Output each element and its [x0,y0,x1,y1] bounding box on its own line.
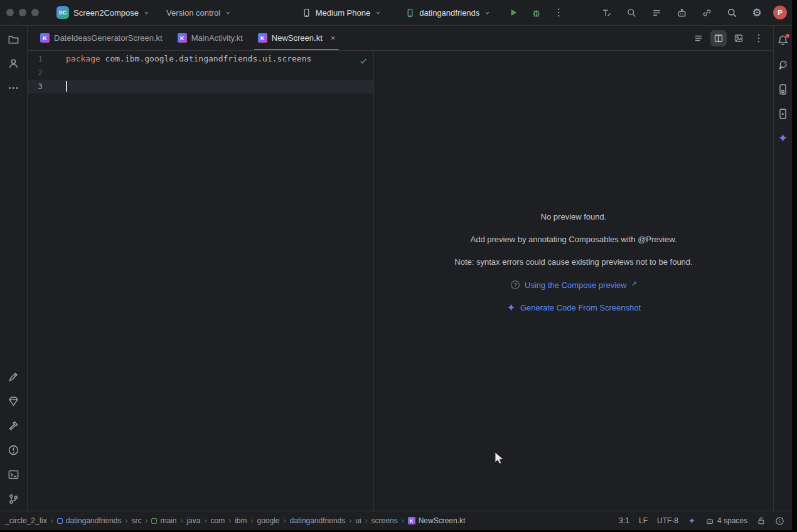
status-bar: _circle_2_fix › datingandfriends › src ›… [0,511,792,530]
ai-status-icon [705,516,714,525]
title-bar: SC Screen2Compose Version control Medium… [0,0,792,26]
encoding-widget[interactable]: UTF-8 [657,516,678,525]
breadcrumb-item[interactable]: _circle_2_fix [5,516,47,525]
chevron-down-icon [484,9,491,16]
design-tools-button[interactable] [7,370,21,383]
breadcrumb-item[interactable]: ui [355,516,361,525]
phone-icon [302,8,311,18]
resource-manager-button[interactable] [7,394,21,408]
find-action-button[interactable] [623,4,640,21]
project-selector[interactable]: SC Screen2Compose [53,4,154,21]
editor-split: 1 package com.ibm.google.datingandfriend… [28,51,773,511]
more-run-options-button[interactable]: ⋮ [550,4,567,21]
text-edit-icon [601,8,612,18]
no-preview-text: No preview found. [541,212,607,221]
version-control-selector[interactable]: Version control [163,6,235,20]
run-configuration-selector[interactable]: datingandfriends [402,6,495,20]
collaboration-tool-button[interactable] [7,56,21,70]
right-tool-stripe [773,26,792,511]
kotlin-file-icon: K [178,33,187,43]
design-view-button[interactable] [730,30,747,46]
external-link-icon: ↗ [631,280,637,288]
breadcrumb-item[interactable]: src [131,516,141,525]
text-caret [66,81,67,92]
chevron-separator-icon: › [349,516,351,525]
breadcrumb-item[interactable]: main [151,516,176,525]
task-list-button[interactable] [648,4,665,21]
chevron-separator-icon: › [250,516,253,525]
code-view-button[interactable] [690,30,707,46]
breadcrumb-item[interactable]: screens [372,516,398,525]
gemini-status-widget[interactable] [688,517,696,525]
device-manager-button[interactable] [776,82,790,96]
caret-position-widget[interactable]: 3:1 [619,516,629,525]
tab-newscreen[interactable]: K NewScreen.kt × [250,26,343,50]
editor-view-mode-buttons: ⋮ [690,26,773,50]
zoom-window-button[interactable] [31,9,39,16]
plugin-link-button[interactable] [698,4,715,21]
breadcrumb-item[interactable]: google [257,516,279,525]
run-button[interactable] [505,4,522,21]
breadcrumb-item[interactable]: java [186,516,200,525]
breadcrumb-item[interactable]: ibm [235,516,247,525]
kebab-icon: ⋮ [554,8,564,18]
play-icon [508,8,518,18]
kotlin-file-icon: K [40,33,50,43]
minimize-window-button[interactable] [19,9,26,16]
code-editor[interactable]: 1 package com.ibm.google.datingandfriend… [28,51,374,511]
line-number[interactable]: 1 [28,52,49,66]
info-circle-icon [775,516,784,526]
syntax-note-text: Note: syntax errors could cause existing… [454,257,692,267]
more-tool-windows-button[interactable] [7,81,21,95]
version-control-tool-button[interactable] [7,492,21,506]
line-number[interactable]: 3 [28,80,49,93]
gradle-tool-button[interactable] [776,58,790,72]
debug-button[interactable] [527,4,545,21]
window-controls [6,9,39,16]
device-selector-label: Medium Phone [316,8,370,18]
close-tab-icon[interactable]: × [331,34,336,42]
breadcrumb-item[interactable]: com [210,516,225,525]
preview-message-block: No preview found. Add preview by annotat… [374,212,773,312]
user-avatar[interactable]: P [773,6,787,19]
close-window-button[interactable] [6,9,14,16]
left-tool-stripe [0,26,28,511]
rename-refactor-button[interactable] [597,4,615,21]
pencil-icon [8,371,19,383]
line-number[interactable]: 2 [28,66,49,80]
tab-label: NewScreen.kt [272,33,323,43]
gemini-tool-button[interactable] [776,131,790,145]
search-icon [727,8,737,18]
info-widget[interactable] [775,516,784,526]
split-view-button[interactable] [710,30,727,46]
chevron-separator-icon: › [284,516,286,525]
android-studio-app: SC Screen2Compose Version control Medium… [0,0,792,530]
indent-widget[interactable]: 4 spaces [705,516,747,525]
ai-assistant-button[interactable] [673,4,690,21]
terminal-tool-button[interactable] [7,467,21,481]
source-root-icon [151,518,157,524]
tab-dateideasgeneratorscreen[interactable]: K DateIdeasGeneratorScreen.kt [33,26,170,50]
line-separator-widget[interactable]: LF [639,516,648,525]
readonly-toggle-widget[interactable] [757,516,766,525]
build-tool-button[interactable] [7,418,21,432]
problems-tool-button[interactable] [7,443,21,457]
running-devices-button[interactable] [776,107,790,120]
device-selector[interactable]: Medium Phone [298,6,385,20]
compose-preview-doc-link[interactable]: ? Using the Compose preview ↗ [510,280,637,290]
breadcrumb-item[interactable]: datingandfriends [290,516,346,525]
notification-dot [786,34,789,38]
settings-button[interactable]: ⚙ [748,4,766,21]
inspections-status-widget[interactable] [359,56,368,67]
breadcrumb-item-file[interactable]: KNewScreen.kt [408,516,466,525]
add-preview-hint-text: Add preview by annotating Composables wi… [471,235,677,244]
tab-mainactivity[interactable]: K MainActivity.kt [170,26,250,50]
project-badge-icon: SC [56,6,69,19]
notifications-button[interactable] [776,33,790,47]
chevron-down-icon [375,9,382,16]
breadcrumb-item[interactable]: datingandfriends [57,516,122,525]
search-everywhere-button[interactable] [723,4,741,21]
editor-options-button[interactable]: ⋮ [751,30,767,46]
generate-code-from-screenshot-link[interactable]: Generate Code From Screenshot [506,303,641,312]
project-tool-button[interactable] [7,32,21,46]
